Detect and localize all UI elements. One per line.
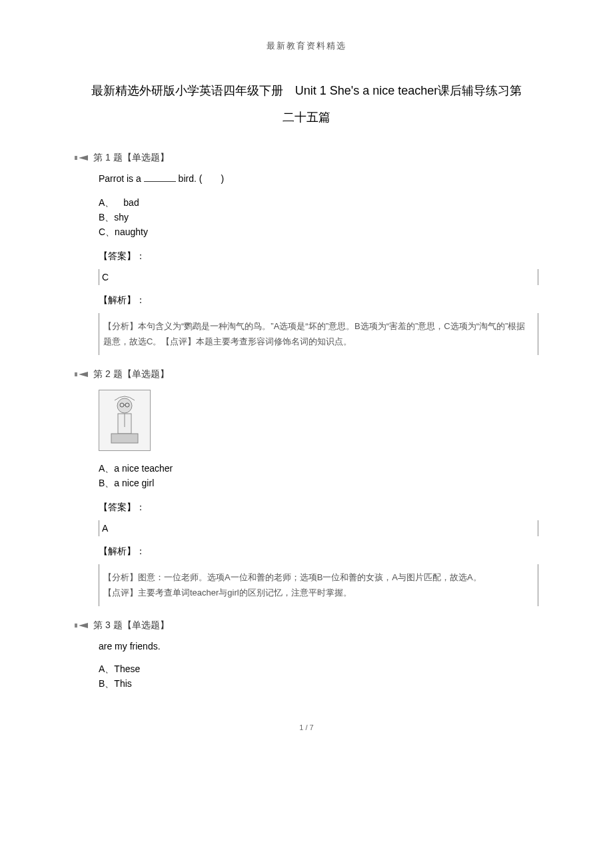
fill-blank xyxy=(144,181,176,182)
question-3-stem: are my friends. xyxy=(99,641,538,651)
question-2-answer: A xyxy=(99,520,538,536)
analysis-line-2: 【点评】主要考查单词teacher与girl的区别记忆，注意平时掌握。 xyxy=(103,585,534,600)
question-2-analysis: 【分析】图意：一位老师。选项A一位和善的老师；选项B一位和善的女孩，A与图片匹配… xyxy=(99,564,538,606)
document-title-line-1: 最新精选外研版小学英语四年级下册 Unit 1 She's a nice tea… xyxy=(75,79,538,103)
question-2-header: 第 2 题【单选题】 xyxy=(75,368,538,380)
page-container: 最新教育资料精选 最新精选外研版小学英语四年级下册 Unit 1 She's a… xyxy=(0,0,613,758)
stem-text-pre: Parrot is a xyxy=(99,173,144,184)
option-b: B、shy xyxy=(99,212,538,224)
document-title-line-2: 二十五篇 xyxy=(75,109,538,125)
page-footer: 1 / 7 xyxy=(75,723,538,731)
answer-label: 【答案】： xyxy=(99,250,538,262)
svg-rect-8 xyxy=(111,434,138,443)
question-1-header: 第 1 题【单选题】 xyxy=(75,152,538,164)
question-1-body: Parrot is a bird. ( ) A、 bad B、shy C、nau… xyxy=(99,173,538,355)
question-2-body: A、a nice teacher B、a nice girl 【答案】： A 【… xyxy=(99,390,538,606)
option-c: C、naughty xyxy=(99,226,538,238)
answer-label: 【答案】： xyxy=(99,502,538,514)
question-2-number: 第 2 题【单选题】 xyxy=(93,368,169,380)
question-1-answer: C xyxy=(99,269,538,285)
page-header: 最新教育资料精选 xyxy=(75,40,538,52)
analysis-label: 【解析】： xyxy=(99,294,538,306)
svg-rect-0 xyxy=(75,156,77,160)
question-1-options: A、 bad B、shy C、naughty xyxy=(99,197,538,238)
arrow-icon xyxy=(75,370,92,379)
question-2-options: A、a nice teacher B、a nice girl xyxy=(99,463,538,490)
analysis-label: 【解析】： xyxy=(99,546,538,558)
question-3-options: A、These B、This xyxy=(99,663,538,690)
option-a: A、a nice teacher xyxy=(99,463,538,475)
teacher-image xyxy=(99,390,151,451)
option-b: B、This xyxy=(99,678,538,690)
stem-text-post: bird. ( ) xyxy=(176,173,224,184)
arrow-icon xyxy=(75,153,92,163)
svg-rect-1 xyxy=(75,372,77,376)
question-1-stem: Parrot is a bird. ( ) xyxy=(99,173,538,185)
question-3-number: 第 3 题【单选题】 xyxy=(93,620,169,632)
analysis-line-1: 【分析】图意：一位老师。选项A一位和善的老师；选项B一位和善的女孩，A与图片匹配… xyxy=(103,570,534,585)
svg-rect-9 xyxy=(75,624,77,628)
question-3-header: 第 3 题【单选题】 xyxy=(75,620,538,632)
option-b: B、a nice girl xyxy=(99,478,538,490)
option-a: A、 bad xyxy=(99,197,538,209)
option-a: A、These xyxy=(99,663,538,675)
question-1-number: 第 1 题【单选题】 xyxy=(93,152,169,164)
svg-point-2 xyxy=(117,398,132,413)
question-1-analysis: 【分析】本句含义为“鹦鹉是一种淘气的鸟。”A选项是“坏的”意思。B选项为“害羞的… xyxy=(99,313,538,355)
question-3-body: are my friends. A、These B、This xyxy=(99,641,538,690)
arrow-icon xyxy=(75,621,92,630)
